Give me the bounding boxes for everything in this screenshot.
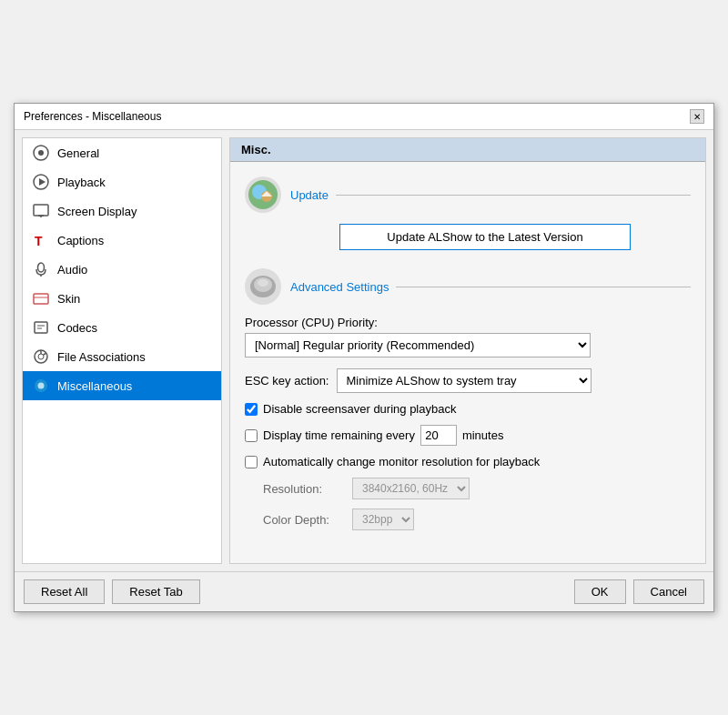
file-associations-icon <box>32 347 50 366</box>
display-time-checkbox[interactable] <box>245 429 258 442</box>
color-depth-group: Color Depth: 32bpp 24bpp 16bpp <box>263 509 691 530</box>
update-section: Update Update ALShow to the Latest Versi… <box>245 176 691 250</box>
panel-body: Update Update ALShow to the Latest Versi… <box>230 162 705 563</box>
advanced-title-line: Advanced Settings <box>290 280 691 294</box>
screen-display-icon <box>32 202 50 220</box>
svg-marker-3 <box>39 178 46 186</box>
sidebar-item-label-audio: Audio <box>57 263 87 277</box>
svg-rect-4 <box>34 205 48 216</box>
color-depth-label: Color Depth: <box>263 513 345 527</box>
resolution-select[interactable]: 3840x2160, 60Hz 1920x1080, 60Hz 1280x720… <box>352 478 470 499</box>
update-title-line: Update <box>290 188 691 202</box>
miscellaneous-icon <box>32 377 50 395</box>
advanced-section: Advanced Settings Processor (CPU) Priori… <box>245 268 691 530</box>
svg-text:T: T <box>35 234 43 248</box>
esc-action-label: ESC key action: <box>245 374 329 388</box>
general-icon <box>32 144 50 162</box>
sidebar-item-screen-display[interactable]: Screen Display <box>23 196 221 226</box>
disable-screensaver-group: Disable screensaver during playback <box>245 402 691 416</box>
update-section-body: Update ALShow to the Latest Version <box>292 224 691 250</box>
captions-icon: T <box>32 231 50 249</box>
time-value-input[interactable]: 20 <box>420 425 457 446</box>
footer: Reset All Reset Tab OK Cancel <box>15 571 713 611</box>
sidebar-item-captions[interactable]: T Captions <box>23 226 221 255</box>
esc-action-group: ESC key action: Minimize ALShow to syste… <box>245 368 691 393</box>
sidebar-item-playback[interactable]: Playback <box>23 167 221 196</box>
svg-line-18 <box>44 354 46 356</box>
svg-point-8 <box>38 263 45 272</box>
sidebar-item-label-codecs: Codecs <box>57 321 97 335</box>
update-section-header: Update <box>245 176 691 213</box>
sidebar-item-label-captions: Captions <box>57 234 104 247</box>
sidebar-item-skin[interactable]: Skin <box>23 284 221 313</box>
minutes-label: minutes <box>462 428 504 442</box>
resolution-label: Resolution: <box>263 482 345 496</box>
advanced-section-header: Advanced Settings <box>245 268 691 305</box>
display-time-group: Display time remaining every 20 minutes <box>245 425 691 446</box>
disable-screensaver-label: Disable screensaver during playback <box>263 402 456 416</box>
playback-icon <box>32 173 50 191</box>
update-section-title: Update <box>290 188 329 202</box>
auto-change-resolution-group: Automatically change monitor resolution … <box>245 455 691 468</box>
panel-header: Misc. <box>230 138 705 162</box>
cpu-priority-group: Processor (CPU) Priority: [Normal] Regul… <box>245 316 691 358</box>
auto-resolution-label: Automatically change monitor resolution … <box>263 455 540 468</box>
preferences-window: Preferences - Miscellaneous ✕ General Pl… <box>14 103 714 612</box>
svg-point-20 <box>38 383 45 389</box>
auto-resolution-checkbox[interactable] <box>245 456 258 468</box>
cpu-priority-select[interactable]: [Normal] Regular priority (Recommended) … <box>245 333 591 358</box>
footer-right: OK Cancel <box>574 579 704 604</box>
title-bar-buttons: ✕ <box>690 109 704 124</box>
title-bar: Preferences - Miscellaneous ✕ <box>15 104 713 130</box>
update-icon <box>245 176 281 213</box>
time-spinner-group: 20 minutes <box>420 425 504 446</box>
cancel-button[interactable]: Cancel <box>633 579 704 604</box>
update-button[interactable]: Update ALShow to the Latest Version <box>339 224 631 250</box>
svg-rect-12 <box>35 322 47 333</box>
svg-point-27 <box>258 279 268 287</box>
skin-icon <box>32 289 50 307</box>
close-button[interactable]: ✕ <box>690 109 704 124</box>
reset-tab-button[interactable]: Reset Tab <box>112 579 199 604</box>
color-depth-select[interactable]: 32bpp 24bpp 16bpp <box>352 509 414 530</box>
cpu-priority-label: Processor (CPU) Priority: <box>245 316 691 329</box>
sidebar-item-codecs[interactable]: Codecs <box>23 313 221 342</box>
esc-action-select[interactable]: Minimize ALShow to system tray Stop play… <box>337 368 592 393</box>
sidebar-item-general[interactable]: General <box>23 138 221 167</box>
sidebar: General Playback Screen Display T Captio… <box>22 137 222 564</box>
sidebar-item-label-general: General <box>57 146 99 160</box>
disable-screensaver-checkbox[interactable] <box>245 403 258 416</box>
sidebar-item-label-miscellaneous: Miscellaneous <box>57 379 132 393</box>
reset-all-button[interactable]: Reset All <box>24 579 105 604</box>
sidebar-item-audio[interactable]: Audio <box>23 255 221 284</box>
advanced-section-line <box>396 287 691 287</box>
sidebar-item-file-associations[interactable]: File Associations <box>23 342 221 371</box>
codecs-icon <box>32 318 50 337</box>
footer-left: Reset All Reset Tab <box>24 579 200 604</box>
sidebar-item-label-skin: Skin <box>57 292 80 306</box>
sidebar-item-label-playback: Playback <box>57 176 106 189</box>
sidebar-item-label-file-associations: File Associations <box>57 350 146 364</box>
sidebar-item-label-screen-display: Screen Display <box>57 205 136 218</box>
audio-icon <box>32 260 50 278</box>
window-content: General Playback Screen Display T Captio… <box>15 130 713 571</box>
advanced-icon <box>245 268 281 305</box>
advanced-section-title: Advanced Settings <box>290 280 389 294</box>
display-time-label: Display time remaining every <box>263 428 415 442</box>
sidebar-item-miscellaneous[interactable]: Miscellaneous <box>23 371 221 400</box>
ok-button[interactable]: OK <box>574 579 626 604</box>
svg-point-1 <box>38 150 44 156</box>
main-panel: Misc. Update <box>229 137 706 564</box>
update-section-line <box>336 195 691 196</box>
resolution-group: Resolution: 3840x2160, 60Hz 1920x1080, 6… <box>263 478 691 499</box>
window-title: Preferences - Miscellaneous <box>24 110 161 123</box>
svg-point-16 <box>38 354 44 359</box>
svg-rect-10 <box>34 294 48 304</box>
